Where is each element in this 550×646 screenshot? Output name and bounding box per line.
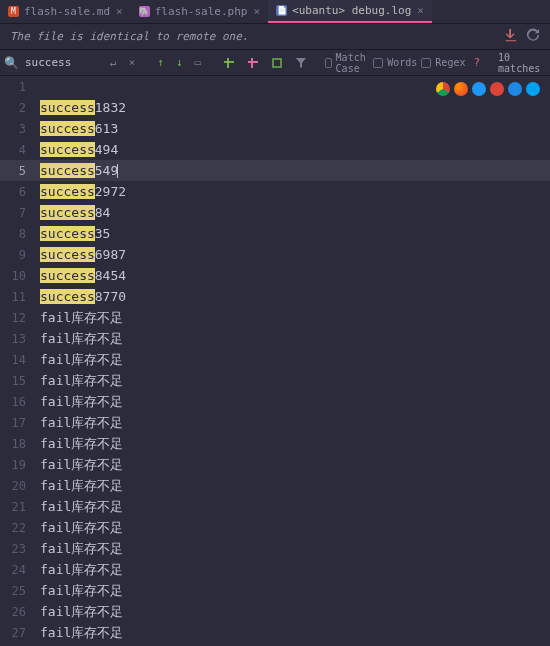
line-number: 7 <box>0 206 40 220</box>
editor-line[interactable]: 4success494 <box>0 139 550 160</box>
add-selection-icon[interactable] <box>219 55 239 71</box>
editor-line[interactable]: 20fail库存不足 <box>0 475 550 496</box>
editor-line[interactable]: 15fail库存不足 <box>0 370 550 391</box>
line-text[interactable]: fail库存不足 <box>40 414 123 432</box>
select-all-icon[interactable]: ▭ <box>191 54 206 71</box>
line-number: 20 <box>0 479 40 493</box>
line-text[interactable]: success8454 <box>40 268 126 283</box>
line-number: 3 <box>0 122 40 136</box>
line-rest: 613 <box>95 121 118 136</box>
line-text[interactable]: fail库存不足 <box>40 540 123 558</box>
firefox-icon[interactable] <box>454 82 468 96</box>
editor-line[interactable]: 10success8454 <box>0 265 550 286</box>
filter-icon[interactable] <box>291 55 311 71</box>
text-cursor <box>117 164 118 178</box>
line-text[interactable]: success549 <box>40 163 118 179</box>
line-number: 16 <box>0 395 40 409</box>
line-text[interactable]: success35 <box>40 226 110 241</box>
tab-flash-sale-md[interactable]: M flash-sale.md × <box>0 0 131 23</box>
editor-line[interactable]: 6success2972 <box>0 181 550 202</box>
tab-debug-log[interactable]: 📄 <ubantu> debug.log × <box>268 0 432 23</box>
editor-line[interactable]: 24fail库存不足 <box>0 559 550 580</box>
editor-line[interactable]: 13fail库存不足 <box>0 328 550 349</box>
line-number: 10 <box>0 269 40 283</box>
whole-words-toggle[interactable]: Words <box>373 57 417 68</box>
line-text[interactable]: fail库存不足 <box>40 351 123 369</box>
tab-label: flash-sale.md <box>24 5 110 18</box>
editor-line[interactable]: 3success613 <box>0 118 550 139</box>
close-icon[interactable]: × <box>417 4 424 17</box>
replace-one-icon[interactable] <box>243 55 263 71</box>
line-text[interactable]: fail库存不足 <box>40 519 123 537</box>
line-text[interactable]: fail库存不足 <box>40 498 123 516</box>
ie-icon[interactable] <box>508 82 522 96</box>
editor-line[interactable]: 25fail库存不足 <box>0 580 550 601</box>
editor-line[interactable]: 14fail库存不足 <box>0 349 550 370</box>
editor-line[interactable]: 18fail库存不足 <box>0 433 550 454</box>
next-match-icon[interactable]: ↓ <box>172 54 187 71</box>
line-number: 23 <box>0 542 40 556</box>
editor-line[interactable]: 26fail库存不足 <box>0 601 550 622</box>
line-number: 18 <box>0 437 40 451</box>
prev-match-icon[interactable]: ↑ <box>153 54 168 71</box>
editor-line[interactable]: 16fail库存不足 <box>0 391 550 412</box>
safari-icon[interactable] <box>472 82 486 96</box>
editor-line[interactable]: 21fail库存不足 <box>0 496 550 517</box>
download-icon[interactable] <box>504 28 518 45</box>
editor-line[interactable]: 12fail库存不足 <box>0 307 550 328</box>
search-highlight: success <box>40 205 95 220</box>
line-number: 6 <box>0 185 40 199</box>
line-text[interactable]: success2972 <box>40 184 126 199</box>
replace-all-icon[interactable] <box>267 55 287 71</box>
close-icon[interactable]: × <box>253 5 260 18</box>
line-text[interactable]: fail库存不足 <box>40 477 123 495</box>
line-number: 9 <box>0 248 40 262</box>
line-text[interactable]: fail库存不足 <box>40 372 123 390</box>
line-text[interactable]: fail库存不足 <box>40 393 123 411</box>
editor-line[interactable]: 22fail库存不足 <box>0 517 550 538</box>
editor-line[interactable]: 17fail库存不足 <box>0 412 550 433</box>
line-number: 24 <box>0 563 40 577</box>
line-text[interactable]: fail库存不足 <box>40 330 123 348</box>
php-icon: 🐘 <box>139 6 150 17</box>
close-icon[interactable]: × <box>116 5 123 18</box>
line-text[interactable]: fail库存不足 <box>40 435 123 453</box>
editor-line[interactable]: 9success6987 <box>0 244 550 265</box>
regex-toggle[interactable]: Regex <box>421 57 465 68</box>
line-text[interactable]: fail库存不足 <box>40 456 123 474</box>
line-text[interactable]: fail库存不足 <box>40 582 123 600</box>
line-text[interactable]: fail库存不足 <box>40 624 123 642</box>
find-input[interactable] <box>22 54 102 71</box>
editor-line[interactable]: 2success1832 <box>0 97 550 118</box>
editor-line[interactable]: 27fail库存不足 <box>0 622 550 643</box>
line-text[interactable]: fail库存不足 <box>40 603 123 621</box>
line-number: 13 <box>0 332 40 346</box>
editor[interactable]: 12success18323success6134success4945succ… <box>0 76 550 646</box>
editor-line[interactable]: 11success8770 <box>0 286 550 307</box>
match-case-toggle[interactable]: Match Case <box>325 52 369 74</box>
new-line-icon[interactable]: ↵ <box>106 54 121 71</box>
line-text[interactable]: success84 <box>40 205 110 220</box>
editor-line[interactable]: 19fail库存不足 <box>0 454 550 475</box>
line-text[interactable]: success8770 <box>40 289 126 304</box>
help-icon[interactable]: ? <box>469 54 484 71</box>
edge-icon[interactable] <box>526 82 540 96</box>
close-find-icon[interactable]: × <box>125 54 140 71</box>
line-text[interactable]: fail库存不足 <box>40 309 123 327</box>
refresh-icon[interactable] <box>526 28 540 45</box>
line-text[interactable]: success613 <box>40 121 118 136</box>
line-text[interactable]: success1832 <box>40 100 126 115</box>
line-rest: fail库存不足 <box>40 541 123 556</box>
line-text[interactable]: fail库存不足 <box>40 561 123 579</box>
tab-flash-sale-php[interactable]: 🐘 flash-sale.php × <box>131 0 268 23</box>
line-text[interactable]: success6987 <box>40 247 126 262</box>
opera-icon[interactable] <box>490 82 504 96</box>
editor-line[interactable]: 7success84 <box>0 202 550 223</box>
editor-line[interactable]: 5success549 <box>0 160 550 181</box>
editor-line[interactable]: 8success35 <box>0 223 550 244</box>
editor-line[interactable]: 23fail库存不足 <box>0 538 550 559</box>
line-text[interactable]: success494 <box>40 142 118 157</box>
chrome-icon[interactable] <box>436 82 450 96</box>
svg-point-2 <box>227 61 229 63</box>
line-number: 15 <box>0 374 40 388</box>
